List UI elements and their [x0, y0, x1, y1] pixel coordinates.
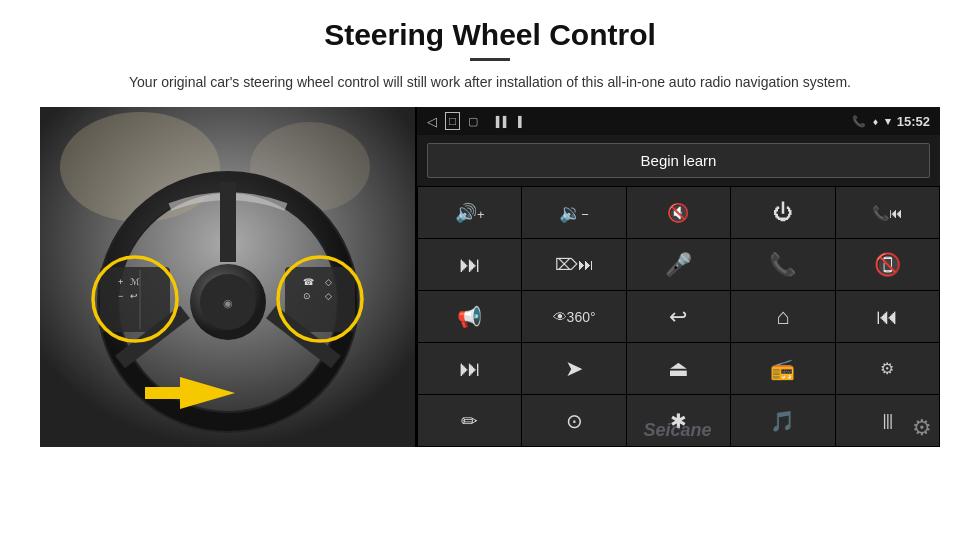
- svg-text:−: −: [118, 291, 123, 301]
- power-button[interactable]: ⏻: [731, 187, 834, 238]
- svg-text:◇: ◇: [325, 277, 332, 287]
- camera-360-icon: 👁360°: [553, 309, 596, 325]
- begin-learn-button[interactable]: Begin learn: [427, 143, 930, 178]
- title-divider: [470, 58, 510, 61]
- home-nav-icon[interactable]: □: [445, 112, 460, 130]
- controls-grid: 🔊+ 🔉− 🔇 ⏻ 📞⏮ ⏭ ⌦⏭ 🎤 📞 📵 📢 👁360° ↩ ⌂: [417, 186, 940, 447]
- call-icon: 📞: [769, 252, 796, 278]
- page-subtitle: Your original car's steering wheel contr…: [129, 71, 851, 93]
- back-button[interactable]: ↩: [627, 291, 730, 342]
- fast-forward-button[interactable]: ⏭: [418, 343, 521, 394]
- recent-nav-icon[interactable]: ▢: [468, 115, 478, 128]
- prev-track-icon: ⏮: [876, 304, 898, 330]
- svg-text:↩: ↩: [130, 291, 138, 301]
- android-unit-wrapper: ◁ □ ▢ ▐▐ ▐ 📞 ⬧ ▾ 15:52 Begin lea: [415, 107, 940, 447]
- mute-icon: 🔇: [667, 202, 689, 224]
- svg-text:◉: ◉: [223, 297, 233, 309]
- speaker-icon: 📢: [457, 305, 482, 329]
- clock-display: 15:52: [897, 114, 930, 129]
- next-track-icon: ⏭: [459, 252, 481, 278]
- navigation-icon: ➤: [565, 356, 583, 382]
- svg-text:⊙: ⊙: [303, 291, 311, 301]
- svg-rect-26: [145, 387, 180, 399]
- draw-button[interactable]: ✏: [418, 395, 521, 446]
- content-row: ◉ + ℳ − ↩ ☎ ◇ ⊙ ◇: [40, 107, 940, 447]
- bluetooth-button[interactable]: ✱: [627, 395, 730, 446]
- mic-icon: 🎤: [665, 252, 692, 278]
- fast-forward-icon: ⏭: [459, 356, 481, 382]
- svg-text:◇: ◇: [325, 291, 332, 301]
- vol-up-button[interactable]: 🔊+: [418, 187, 521, 238]
- home-icon: ⌂: [776, 304, 789, 330]
- page-container: Steering Wheel Control Your original car…: [0, 0, 980, 548]
- home-button[interactable]: ⌂: [731, 291, 834, 342]
- location-status-icon: ⬧: [872, 115, 879, 127]
- svg-text:☎: ☎: [303, 277, 314, 287]
- begin-learn-row: Begin learn: [417, 135, 940, 186]
- equalizer-icon: ⚙: [880, 359, 894, 378]
- power-icon: ⏻: [773, 201, 793, 224]
- wifi-status-icon: ▾: [885, 115, 891, 128]
- svg-text:+: +: [118, 277, 123, 287]
- vol-down-icon: 🔉−: [559, 202, 589, 224]
- call-end-icon: 📵: [874, 252, 901, 278]
- circle-btn-icon: ⊙: [566, 409, 583, 433]
- equalizer-button[interactable]: ⚙: [836, 343, 939, 394]
- page-title: Steering Wheel Control: [324, 18, 656, 52]
- bluetooth-icon: ✱: [670, 409, 687, 433]
- music-button[interactable]: 🎵: [731, 395, 834, 446]
- back-nav-icon[interactable]: ◁: [427, 114, 437, 129]
- navigation-button[interactable]: ➤: [522, 343, 625, 394]
- svg-rect-18: [285, 267, 355, 332]
- radio-button[interactable]: 📻: [731, 343, 834, 394]
- skip-button[interactable]: ⌦⏭: [522, 239, 625, 290]
- speaker-button[interactable]: 📢: [418, 291, 521, 342]
- circle-button[interactable]: ⊙: [522, 395, 625, 446]
- draw-icon: ✏: [461, 409, 478, 433]
- camera-360-button[interactable]: 👁360°: [522, 291, 625, 342]
- music-icon: 🎵: [770, 409, 795, 433]
- svg-text:ℳ: ℳ: [130, 277, 140, 287]
- back-icon: ↩: [669, 304, 687, 330]
- call-prev-icon: 📞⏮: [872, 205, 903, 221]
- vol-down-button[interactable]: 🔉−: [522, 187, 625, 238]
- android-statusbar: ◁ □ ▢ ▐▐ ▐ 📞 ⬧ ▾ 15:52: [417, 107, 940, 135]
- statusbar-status: 📞 ⬧ ▾ 15:52: [852, 114, 930, 129]
- prev-track-button[interactable]: ⏮: [836, 291, 939, 342]
- steering-wheel-image: ◉ + ℳ − ↩ ☎ ◇ ⊙ ◇: [40, 107, 415, 447]
- phone-status-icon: 📞: [852, 115, 866, 128]
- battery-icon: ▐: [514, 116, 521, 127]
- call-button[interactable]: 📞: [731, 239, 834, 290]
- signal-icon: ▐▐: [492, 116, 506, 127]
- mic-button[interactable]: 🎤: [627, 239, 730, 290]
- mute-button[interactable]: 🔇: [627, 187, 730, 238]
- call-prev-button[interactable]: 📞⏮: [836, 187, 939, 238]
- settings-gear-icon[interactable]: ⚙: [912, 415, 932, 441]
- android-head-unit: ◁ □ ▢ ▐▐ ▐ 📞 ⬧ ▾ 15:52 Begin lea: [415, 107, 940, 447]
- skip-icon: ⌦⏭: [555, 255, 594, 274]
- vol-up-icon: 🔊+: [455, 202, 485, 224]
- eject-icon: ⏏: [668, 356, 689, 382]
- statusbar-nav: ◁ □ ▢ ▐▐ ▐: [427, 112, 522, 130]
- call-end-button[interactable]: 📵: [836, 239, 939, 290]
- eject-button[interactable]: ⏏: [627, 343, 730, 394]
- audio-bars-icon: |||: [883, 412, 892, 430]
- radio-icon: 📻: [770, 357, 795, 381]
- next-track-button[interactable]: ⏭: [418, 239, 521, 290]
